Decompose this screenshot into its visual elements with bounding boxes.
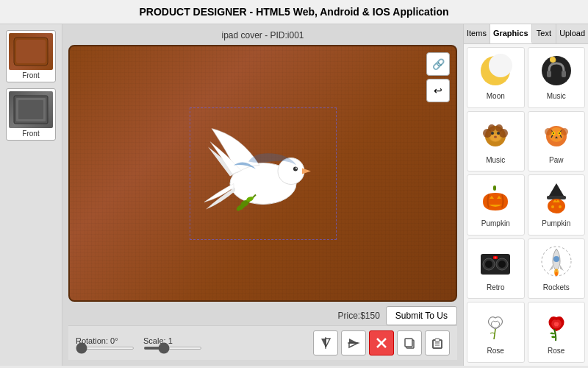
thumbnail-front-2[interactable]: Front [6, 88, 56, 141]
graphic-pumpkin-2-label: Pumpkin [542, 219, 570, 227]
svg-rect-22 [405, 339, 412, 347]
bottom-toolbar: Rotation: 0° Scale: 1 [68, 325, 457, 360]
svg-point-59 [548, 199, 565, 213]
dove-graphic[interactable] [182, 106, 344, 241]
canvas-inner: 🔗 ↩ [70, 46, 456, 300]
canvas-buttons: 🔗 ↩ [426, 52, 450, 102]
svg-rect-32 [562, 71, 566, 77]
tab-upload[interactable]: Upload [556, 24, 588, 43]
graphic-music-1[interactable]: ♪ Music [528, 47, 586, 108]
graphic-rose-1-label: Rose [487, 347, 504, 355]
graphic-rockets[interactable]: Rockets [528, 238, 586, 300]
thumbnail-label-2: Front [22, 130, 39, 138]
graphic-music-2-img [476, 114, 516, 155]
svg-point-53 [561, 128, 568, 135]
svg-point-68 [498, 261, 506, 268]
graphic-pumpkin-2[interactable]: Pumpkin [528, 174, 586, 236]
svg-point-76 [555, 272, 558, 276]
svg-rect-25 [435, 339, 440, 342]
thumbnail-image-1 [9, 33, 53, 70]
rotation-slider[interactable] [76, 347, 135, 350]
submit-button[interactable]: Submit To Us [386, 306, 457, 325]
svg-point-44 [494, 136, 497, 138]
svg-point-41 [495, 124, 503, 132]
graphic-rose-2[interactable]: Rose [528, 302, 586, 363]
graphic-moon-label: Moon [487, 92, 505, 100]
svg-point-43 [497, 132, 500, 135]
graphic-retro[interactable]: Retro [467, 238, 525, 300]
copy-button[interactable] [397, 330, 422, 355]
graphic-music-2[interactable]: Music [467, 111, 525, 172]
graphic-rose-1[interactable]: Rose [467, 302, 525, 363]
tab-graphics[interactable]: Graphics [490, 24, 532, 43]
svg-point-42 [491, 132, 494, 135]
svg-marker-17 [349, 343, 358, 347]
price-label: Price:$150 [337, 311, 379, 321]
graphic-moon-img [476, 50, 516, 91]
svg-rect-31 [547, 71, 551, 77]
rotation-group: Rotation: 0° [76, 336, 135, 350]
app-header: PRODUCT DESIGNER - HTML5 Web, Android & … [0, 0, 588, 24]
graphic-pumpkin-2-img [536, 177, 576, 218]
graphic-paw[interactable]: Paw [528, 111, 586, 172]
graphic-music-1-img: ♪ [536, 50, 576, 91]
graphic-music-1-label: Music [547, 92, 566, 100]
svg-point-52 [545, 128, 552, 135]
tab-text[interactable]: Text [532, 24, 557, 43]
link-button[interactable]: 🔗 [426, 52, 450, 76]
paste-button[interactable] [425, 330, 450, 355]
delete-button[interactable] [369, 330, 394, 355]
svg-point-8 [293, 166, 298, 171]
svg-point-70 [495, 257, 497, 259]
svg-text:♪: ♪ [554, 57, 557, 63]
svg-marker-16 [349, 339, 358, 343]
price-submit-bar: Price:$150 Submit To Us [68, 306, 457, 325]
svg-point-9 [295, 167, 297, 169]
svg-marker-13 [321, 339, 326, 347]
svg-point-63 [559, 205, 562, 208]
graphic-retro-label: Retro [487, 283, 504, 291]
toolbar-buttons [313, 330, 450, 355]
graphic-pumpkin-1-label: Pumpkin [481, 219, 510, 227]
svg-rect-54 [493, 185, 496, 191]
flip-h-button[interactable] [313, 330, 338, 355]
tab-items[interactable]: Items [464, 24, 490, 43]
product-title: ipad cover - PID:i001 [68, 30, 457, 40]
graphic-paw-label: Paw [549, 156, 563, 164]
graphic-paw-img [536, 114, 576, 155]
svg-point-49 [553, 132, 554, 134]
graphic-rose-2-label: Rose [548, 347, 564, 355]
graphic-music-2-label: Music [486, 156, 505, 164]
scale-slider[interactable] [143, 347, 202, 350]
svg-marker-74 [560, 265, 564, 271]
graphic-rockets-label: Rockets [543, 283, 570, 291]
svg-rect-1 [16, 40, 46, 63]
right-panel: Items Graphics Text Upload [463, 24, 588, 366]
left-panel: Front Front [0, 24, 62, 366]
svg-marker-57 [549, 183, 564, 196]
undo-button[interactable]: ↩ [426, 79, 450, 102]
svg-point-66 [485, 261, 492, 268]
svg-point-72 [553, 256, 559, 262]
graphic-rose-2-img [536, 305, 576, 345]
svg-marker-73 [549, 265, 553, 271]
center-panel: ipad cover - PID:i001 [62, 24, 463, 366]
flip-v-button[interactable] [341, 330, 366, 355]
thumbnail-front-1[interactable]: Front [6, 30, 56, 82]
app-title: PRODUCT DESIGNER - HTML5 Web, Android & … [139, 6, 448, 18]
graphic-pumpkin-1[interactable]: Pumpkin [467, 174, 525, 236]
thumbnail-image-2 [9, 91, 53, 128]
graphic-pumpkin-1-img [476, 177, 516, 218]
thumbnail-label-1: Front [22, 71, 39, 79]
graphic-moon[interactable]: Moon [467, 47, 525, 108]
svg-point-40 [488, 124, 495, 132]
graphics-grid: Moon ♪ Music [464, 44, 588, 366]
svg-marker-14 [326, 339, 330, 347]
svg-rect-4 [18, 100, 43, 119]
graphic-retro-img [476, 241, 516, 282]
svg-point-29 [489, 54, 512, 77]
graphic-rockets-img [536, 241, 576, 282]
graphic-rose-1-img [476, 305, 516, 345]
scale-group: Scale: 1 [143, 336, 202, 350]
main-layout: Front Front ipad cover - PID:i001 [0, 24, 588, 366]
